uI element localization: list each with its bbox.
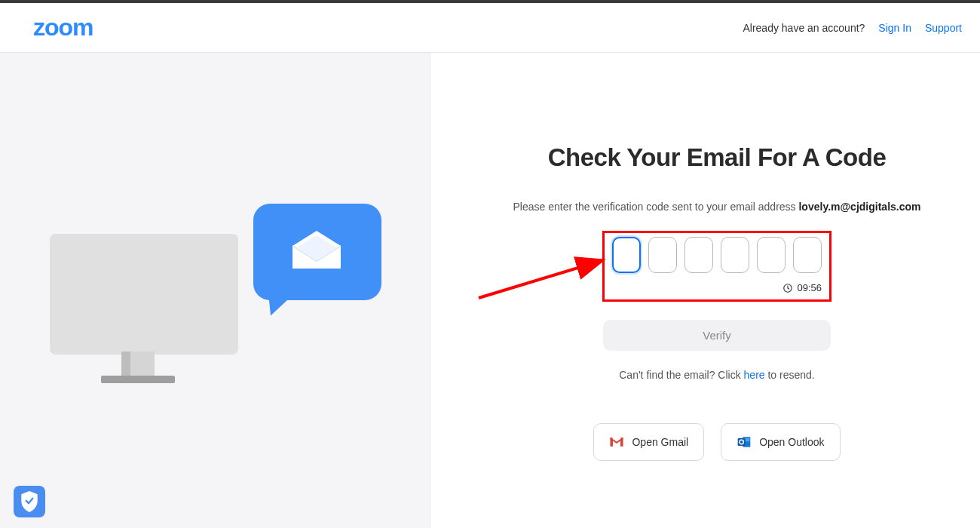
timer-value: 09:56 — [797, 282, 822, 293]
form-panel: Check Your Email For A Code Please enter… — [431, 53, 980, 528]
subtitle-email: lovely.m@cjdigitals.com — [798, 201, 920, 213]
code-digit-2[interactable] — [648, 237, 677, 273]
open-gmail-button[interactable]: Open Gmail — [593, 423, 704, 461]
speech-tail-icon — [262, 290, 291, 319]
main-content: Check Your Email For A Code Please enter… — [0, 53, 980, 528]
code-digit-1[interactable] — [612, 237, 641, 273]
shield-icon — [20, 490, 39, 513]
outlook-label: Open Outlook — [759, 436, 824, 448]
page-header: zoom Already have an account? Sign In Su… — [0, 3, 980, 53]
code-digit-5[interactable] — [757, 237, 786, 273]
email-illustration — [50, 204, 381, 430]
account-prompt-text: Already have an account? — [743, 22, 865, 34]
code-highlight-box: 09:56 — [602, 231, 831, 302]
resend-post: to resend. — [765, 369, 815, 381]
svg-rect-1 — [611, 437, 613, 447]
illustration-panel — [0, 53, 431, 528]
security-shield-badge[interactable] — [14, 486, 45, 517]
code-digit-6[interactable] — [793, 237, 822, 273]
open-outlook-button[interactable]: Open Outlook — [721, 423, 840, 461]
outlook-icon — [737, 434, 752, 450]
gmail-label: Open Gmail — [632, 436, 688, 448]
monitor-base-icon — [101, 376, 175, 383]
code-inputs-row — [612, 237, 822, 273]
countdown-timer: 09:56 — [612, 282, 822, 293]
envelope-icon — [289, 231, 344, 270]
resend-text: Can't find the email? Click here to rese… — [499, 369, 935, 381]
monitor-screen-icon — [50, 234, 238, 355]
signin-link[interactable]: Sign In — [878, 22, 911, 34]
support-link[interactable]: Support — [925, 22, 962, 34]
gmail-icon — [609, 436, 624, 448]
header-right: Already have an account? Sign In Support — [743, 22, 962, 34]
verify-button[interactable]: Verify — [603, 320, 831, 351]
zoom-logo[interactable]: zoom — [33, 14, 93, 41]
resend-link[interactable]: here — [744, 369, 765, 381]
code-digit-4[interactable] — [721, 237, 749, 273]
resend-pre: Can't find the email? Click — [619, 369, 743, 381]
page-title: Check Your Email For A Code — [499, 143, 935, 172]
clock-icon — [782, 283, 793, 293]
email-client-buttons: Open Gmail Open Outlook — [499, 423, 935, 461]
subtitle: Please enter the verification code sent … — [499, 201, 935, 213]
svg-rect-2 — [621, 437, 623, 447]
subtitle-text: Please enter the verification code sent … — [513, 201, 799, 213]
svg-rect-5 — [738, 438, 746, 446]
code-digit-3[interactable] — [684, 237, 713, 273]
